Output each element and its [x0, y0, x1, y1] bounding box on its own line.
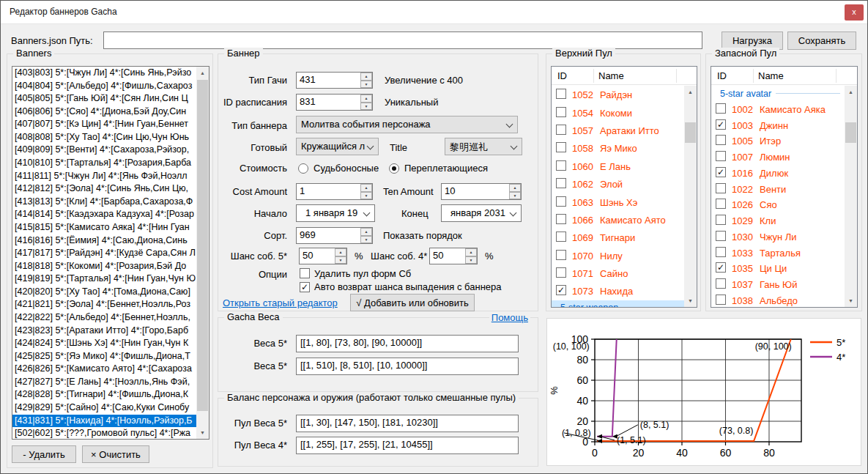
pool-row[interactable]: 1022Венти	[711, 181, 845, 197]
chance4-stepper[interactable]: 50 ▲▼	[429, 248, 478, 264]
pool-row[interactable]: 1070Нилу	[552, 247, 684, 264]
pool-row[interactable]: 1071Сайно	[552, 264, 684, 282]
row-checkbox[interactable]	[716, 199, 726, 209]
pool-row[interactable]: 1002Камисато Аяка	[711, 101, 845, 117]
row-checkbox[interactable]	[556, 267, 566, 278]
col-name[interactable]: Name	[758, 70, 784, 81]
pool-row[interactable]: 1033Тарталья	[711, 245, 845, 261]
row-checkbox[interactable]	[556, 125, 566, 135]
col-name[interactable]: Name	[598, 70, 624, 81]
scroll-down-icon[interactable]: ▼	[684, 295, 697, 307]
help-link[interactable]: Помощь	[489, 312, 530, 323]
list-item[interactable]: [420|820] 5*:[Ху Тао] 4*:[Тома,Диона,Саю…	[12, 286, 196, 299]
spin-down-icon[interactable]: ▼	[465, 256, 477, 264]
row-checkbox[interactable]	[716, 247, 726, 257]
pool-row[interactable]: 1037Гань Юй	[711, 276, 845, 292]
path-input[interactable]	[103, 32, 702, 49]
scroll-up-icon[interactable]: ▲	[196, 67, 209, 79]
banners-scrollbar[interactable]: ▲ ▼	[196, 67, 209, 439]
clear-banners-button[interactable]: × Очистить	[82, 445, 149, 463]
spin-up-icon[interactable]: ▲	[360, 95, 372, 103]
spin-up-icon[interactable]: ▲	[509, 184, 521, 192]
auto-return-checkbox[interactable]: ✓	[300, 282, 310, 292]
list-item[interactable]: [423|823] 5*:[Аратаки Итто] 4*:[Горо,Бар…	[12, 325, 196, 338]
banners-list[interactable]: ▲ ▼ [403|803] 5*:[Чжун Ли] 4*:[Синь Янь,…	[12, 66, 209, 440]
row-checkbox[interactable]	[556, 214, 566, 224]
pool-row[interactable]: 1026Сяо	[711, 197, 845, 213]
pool-weights5-input[interactable]: [[1, 30], [147, 150], [181, 10230]]	[296, 415, 519, 432]
spin-down-icon[interactable]: ▼	[360, 103, 372, 111]
delete-banner-button[interactable]: - Удалить	[12, 445, 76, 463]
chance5-stepper[interactable]: 50 ▲▼	[299, 248, 347, 264]
schedule-id-stepper[interactable]: 831 ▲▼	[296, 94, 373, 111]
pool-row[interactable]: 1005Итэр	[711, 133, 845, 149]
row-checkbox[interactable]	[556, 232, 566, 242]
scrollbar-thumb[interactable]	[845, 122, 856, 143]
spin-up-icon[interactable]: ▲	[360, 184, 372, 192]
upper-pool-list[interactable]: ID Name 1052Райдэн1054Кокоми1057Аратаки …	[551, 66, 697, 308]
remove-pool-checkbox[interactable]	[300, 268, 310, 278]
pool-row[interactable]: 1069Тигнари	[552, 229, 684, 246]
scrollbar-thumb[interactable]	[685, 122, 696, 143]
cost-amount-stepper[interactable]: 1 ▲▼	[296, 183, 373, 200]
list-item[interactable]: [428|828] 5*:[Тигнари] 4*:[Фишль,Диона,К	[12, 388, 196, 401]
spin-down-icon[interactable]: ▼	[360, 81, 372, 89]
scroll-up-icon[interactable]: ▲	[684, 86, 697, 98]
upper-pool-header[interactable]: ID Name	[552, 67, 697, 85]
ten-amount-stepper[interactable]: 10 ▲▼	[441, 183, 522, 200]
list-item[interactable]: [406|806] 5*:[Сяо] 4*:[Диона,Бэй Доу,Син	[12, 105, 196, 119]
weights4-input[interactable]: [[1, 510], [8, 510], [10, 10000]]	[296, 358, 519, 375]
list-item[interactable]: [422|822] 5*:[Альбедо] 4*:[Беннет,Ноэлль…	[12, 311, 196, 325]
row-checkbox[interactable]	[716, 135, 726, 145]
col-id[interactable]: ID	[717, 70, 727, 81]
row-checkbox[interactable]	[716, 231, 726, 241]
sort-stepper[interactable]: 969 ▲▼	[296, 227, 373, 244]
pool-row[interactable]: 1063Шэнь Хэ	[552, 193, 684, 210]
row-checkbox[interactable]	[716, 151, 726, 161]
pool-row[interactable]: ✓1016Дилюк	[711, 165, 845, 181]
list-item[interactable]: [407|807] 5*:[Кэ Цин] 4*:[Нин Гуан,Бенне…	[12, 118, 196, 131]
pool-row[interactable]: ✓1073Нахида	[552, 282, 684, 300]
pool-row[interactable]: 1052Райдэн	[552, 86, 684, 103]
spin-up-icon[interactable]: ▲	[360, 73, 372, 81]
spin-up-icon[interactable]: ▲	[360, 228, 372, 236]
row-checkbox[interactable]: ✓	[716, 167, 726, 177]
open-old-editor-link[interactable]: Открыть старый редактор	[223, 297, 338, 308]
list-item[interactable]: [418|818] 5*:[Кокоми] 4*:[Розария,Бэй До	[12, 260, 196, 273]
row-checkbox[interactable]	[556, 160, 566, 171]
pool-row[interactable]: 1058Яэ Мико	[552, 139, 684, 157]
pool-row[interactable]: 1062Элой	[552, 175, 684, 193]
row-checkbox[interactable]: ✓	[556, 285, 566, 295]
list-item[interactable]: [426|826] 5*:[Камисато Аято] 4*:[Сахароз…	[12, 363, 196, 376]
pool-row[interactable]: 1007Люмин	[711, 149, 845, 165]
reserve-pool-header[interactable]: ID Name	[711, 67, 857, 85]
row-checkbox[interactable]	[556, 250, 566, 260]
row-checkbox[interactable]	[716, 278, 726, 289]
row-checkbox[interactable]	[716, 183, 726, 193]
row-checkbox[interactable]: ✓	[716, 119, 726, 130]
scrollbar-thumb[interactable]	[197, 80, 208, 411]
pool-row[interactable]: 1038Альбедо	[711, 292, 845, 307]
scroll-down-icon[interactable]: ▼	[196, 426, 209, 439]
pool-row[interactable]: ✓1035Ци Ци	[711, 261, 845, 277]
upper-pool-scrollbar[interactable]: ▲ ▼	[684, 86, 697, 307]
row-checkbox[interactable]	[556, 89, 566, 99]
pool-row[interactable]: 1054Кокоми	[552, 103, 684, 121]
pool-weights4-input[interactable]: [[1, 255], [17, 255], [21, 10455]]	[296, 437, 519, 454]
list-item[interactable]: [403|803] 5*:[Чжун Ли] 4*:[Синь Янь,Рэйз…	[12, 67, 196, 80]
list-item[interactable]: [409|809] 5*:[Венти] 4*:[Сахароза,Рэйзор…	[12, 144, 196, 157]
list-item[interactable]: [421|821] 5*:[Эола] 4*:[Беннет,Ноэлль,Ро…	[12, 298, 196, 311]
pool-row[interactable]: 1029Кли	[711, 212, 845, 229]
list-item[interactable]: [404|804] 5*:[Альбедо] 4*:[Фишль,Сахароз	[12, 80, 196, 93]
list-item[interactable]: [419|819] 5*:[Тарталья] 4*:[Нин Гуан,Чун…	[12, 273, 196, 286]
list-item[interactable]: [411|811] 5*:[Чжун Ли] 4*:[Янь Фэй,Ноэлл	[12, 170, 196, 183]
pool-row[interactable]: ✓1003Джинн	[711, 117, 845, 133]
pool-row[interactable]: 1057Аратаки Итто	[552, 122, 684, 139]
gacha-type-stepper[interactable]: 431 ▲▼	[296, 72, 373, 89]
row-checkbox[interactable]	[556, 142, 566, 152]
add-or-update-button[interactable]: √ Добавить или обновить	[350, 294, 475, 311]
list-item[interactable]: [416|816] 5*:[Ёимия] 4*:[Саю,Диона,Синь	[12, 234, 196, 248]
list-item[interactable]: [502|602] 5*:[???,Громовой пульс] 4*:[Рж…	[12, 427, 196, 440]
list-item[interactable]: [408|808] 5*:[Ху Тао] 4*:[Син Цю,Чун Юнь	[12, 131, 196, 144]
row-checkbox[interactable]	[556, 178, 566, 188]
